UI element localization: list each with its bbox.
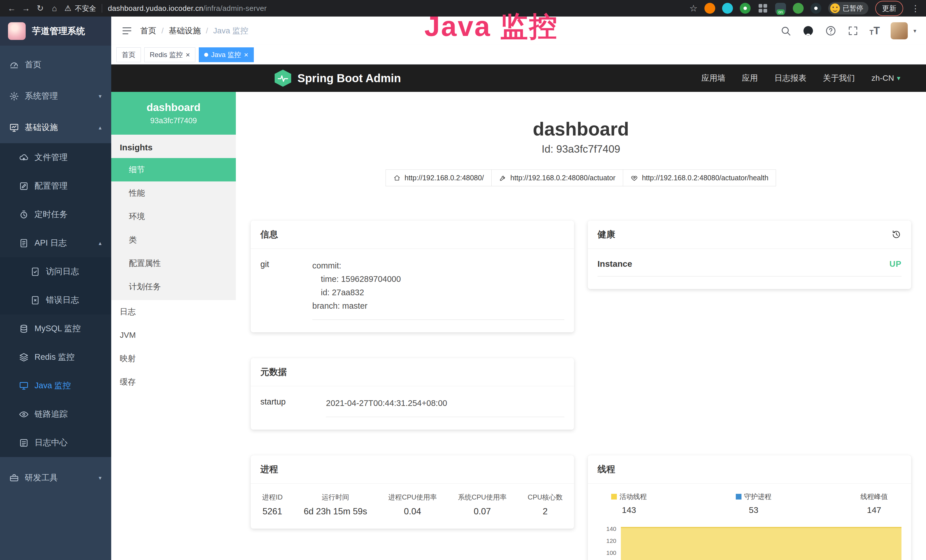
breadcrumb-item[interactable]: 基础设施 xyxy=(156,26,201,36)
spring-boot-admin-frame: Spring Boot Admin 应用墙 应用 日志报表 关于我们 zh-CN… xyxy=(111,65,926,560)
legend-peak-threads: 线程峰值 147 xyxy=(860,492,888,515)
extension-icon-4[interactable]: on xyxy=(775,3,786,14)
forward-icon[interactable]: → xyxy=(20,2,33,15)
sidebar-item-scheduled-jobs[interactable]: 定时任务 xyxy=(0,200,111,229)
sba-item-details[interactable]: 细节 xyxy=(111,158,236,182)
sidebar-item-api-logs[interactable]: API 日志 ▴ xyxy=(0,229,111,257)
chevron-down-icon: ▾ xyxy=(99,474,101,481)
bookmark-star-icon[interactable]: ☆ xyxy=(689,3,698,14)
tab-redis-monitor[interactable]: Redis 监控 × xyxy=(144,47,195,62)
actuator-url-link[interactable]: http://192.168.0.2:48080/actuator xyxy=(492,170,623,186)
sidebar-item-java-monitor[interactable]: Java 监控 xyxy=(0,371,111,400)
fullscreen-icon[interactable] xyxy=(847,25,859,36)
metadata-key: startup xyxy=(260,397,326,417)
profile-paused-chip[interactable]: 已暂停 xyxy=(828,2,869,15)
reload-icon[interactable]: ↻ xyxy=(34,2,47,15)
sba-nav-wallboard[interactable]: 应用墙 xyxy=(702,73,726,83)
instance-name: dashboard xyxy=(147,101,200,114)
profile-avatar-icon xyxy=(830,3,840,13)
sba-item-mappings[interactable]: 映射 xyxy=(111,347,236,370)
sidebar-item-log-center[interactable]: 日志中心 xyxy=(0,428,111,457)
sba-nav-about[interactable]: 关于我们 xyxy=(823,73,855,83)
extension-icon-2[interactable] xyxy=(722,3,733,14)
sba-item-jvm[interactable]: JVM xyxy=(111,324,236,347)
health-url-link[interactable]: http://192.168.0.2:48080/actuator/health xyxy=(623,170,776,186)
tab-java-monitor[interactable]: Java 监控 × xyxy=(199,47,254,62)
sba-item-metrics[interactable]: 性能 xyxy=(111,182,236,205)
back-icon[interactable]: ← xyxy=(5,2,18,15)
home-icon xyxy=(393,174,401,182)
sba-item-caches[interactable]: 缓存 xyxy=(111,370,236,394)
sidebar-item-error-logs[interactable]: 错误日志 xyxy=(0,286,111,314)
hamburger-icon[interactable] xyxy=(121,25,133,37)
sidebar-item-tracing[interactable]: 链路追踪 xyxy=(0,400,111,428)
blue-legend-swatch xyxy=(736,494,741,499)
chevron-up-icon: ▴ xyxy=(99,240,101,247)
breadcrumb-item: Java 监控 xyxy=(201,26,248,36)
sba-instance-header[interactable]: dashboard 93a3fc7f7409 xyxy=(111,92,236,135)
chrome-update-button[interactable]: 更新 xyxy=(875,1,903,16)
extension-icon-5[interactable] xyxy=(793,3,803,14)
sba-item-environment[interactable]: 环境 xyxy=(111,205,236,228)
sba-item-scheduled-tasks[interactable]: 计划任务 xyxy=(111,275,236,298)
user-avatar[interactable] xyxy=(891,22,908,39)
service-url-link[interactable]: http://192.168.0.2:48080/ xyxy=(386,170,492,186)
sba-nav-journal[interactable]: 日志报表 xyxy=(775,73,806,83)
threads-chart: 140 120 100 xyxy=(598,523,902,560)
monitor-icon xyxy=(19,381,29,391)
card-title: 元数据 xyxy=(260,366,287,378)
admin-sidebar: 芋道管理系统 首页 系统管理 ▾ 基础设施 ▴ 文件管理 xyxy=(0,17,111,560)
history-icon[interactable] xyxy=(891,229,902,240)
github-icon[interactable] xyxy=(802,25,814,37)
active-threads-area xyxy=(621,527,902,560)
info-card: 信息 git commit: time: 1596289704000 id: 2… xyxy=(251,221,574,332)
chevron-down-icon: ▾ xyxy=(99,93,101,100)
sba-item-logs[interactable]: 日志 xyxy=(111,300,236,324)
home-icon[interactable]: ⌂ xyxy=(48,2,61,15)
insights-section-label: Insights xyxy=(111,135,236,158)
sidebar-item-mysql-monitor[interactable]: MySQL 监控 xyxy=(0,314,111,343)
breadcrumb-item[interactable]: 首页 xyxy=(140,26,156,36)
browser-menu-icon[interactable]: ⋮ xyxy=(910,3,921,14)
info-value: commit: time: 1596289704000 id: 27aa832 … xyxy=(312,259,564,320)
status-badge: UP xyxy=(890,259,902,269)
active-tab-dot xyxy=(204,53,208,57)
sba-item-config-props[interactable]: 配置属性 xyxy=(111,251,236,275)
threads-card: 线程 活动线程 143 守护进程 53 xyxy=(588,455,911,560)
yellow-legend-swatch xyxy=(611,494,617,499)
sidebar-item-config-mgmt[interactable]: 配置管理 xyxy=(0,172,111,200)
help-icon[interactable] xyxy=(825,25,837,36)
extension-icon-3[interactable] xyxy=(740,3,750,14)
sidebar-item-redis-monitor[interactable]: Redis 监控 xyxy=(0,343,111,371)
sba-language-select[interactable]: zh-CN ▾ xyxy=(872,74,900,83)
sidebar-item-dev-tools[interactable]: 研发工具 ▾ xyxy=(0,462,111,493)
extension-glyph xyxy=(743,6,747,10)
sidebar-item-access-logs[interactable]: 访问日志 xyxy=(0,257,111,286)
sidebar-item-file-mgmt[interactable]: 文件管理 xyxy=(0,143,111,172)
y-axis: 140 120 100 xyxy=(598,523,620,560)
site-security-chip[interactable]: ⚠ 不安全 xyxy=(65,4,96,13)
extensions-grid-icon[interactable] xyxy=(758,3,768,14)
chevron-up-icon: ▴ xyxy=(99,124,101,131)
close-tab-icon[interactable]: × xyxy=(186,51,190,59)
profile-paused-label: 已暂停 xyxy=(843,4,863,13)
sidebar-item-home[interactable]: 首页 xyxy=(0,49,111,80)
sidebar-menu: 首页 系统管理 ▾ 基础设施 ▴ 文件管理 配置管理 xyxy=(0,45,111,560)
extension-icon-6[interactable] xyxy=(811,3,822,14)
font-size-icon[interactable]: TT xyxy=(870,26,880,36)
close-tab-icon[interactable]: × xyxy=(244,51,248,59)
sidebar-item-system-mgmt[interactable]: 系统管理 ▾ xyxy=(0,80,111,112)
sba-brand[interactable]: Spring Boot Admin xyxy=(275,70,401,87)
search-icon[interactable] xyxy=(780,25,791,36)
tab-home[interactable]: 首页 xyxy=(117,47,141,62)
instance-title: dashboard xyxy=(251,118,911,140)
heartbeat-icon xyxy=(631,174,638,182)
clipboard-icon xyxy=(19,438,29,448)
address-bar[interactable]: dashboard.yudao.iocoder.cn/infra/admin-s… xyxy=(108,4,267,13)
extension-icon-1[interactable] xyxy=(704,3,715,14)
sba-item-classes[interactable]: 类 xyxy=(111,228,236,251)
legend-live-threads: 活动线程 143 xyxy=(611,492,647,515)
sidebar-item-infrastructure[interactable]: 基础设施 ▴ xyxy=(0,112,111,143)
sba-nav-applications[interactable]: 应用 xyxy=(742,73,758,83)
legend-daemon-threads: 守护进程 53 xyxy=(736,492,772,515)
